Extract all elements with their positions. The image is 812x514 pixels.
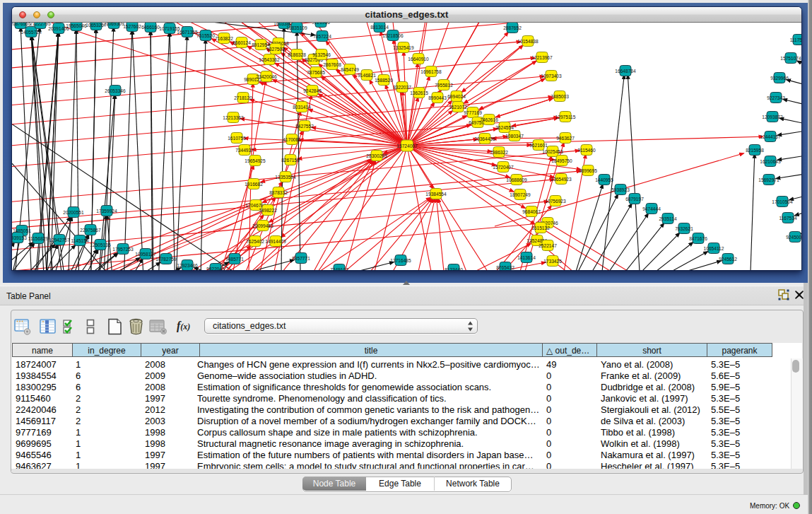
- svg-text:9777169: 9777169: [464, 110, 482, 115]
- svg-text:20364436: 20364436: [474, 136, 495, 141]
- svg-text:1733426: 1733426: [543, 259, 562, 264]
- svg-text:1527602: 1527602: [123, 24, 141, 29]
- svg-text:9327503: 9327503: [266, 47, 285, 52]
- svg-text:6994024: 6994024: [447, 94, 466, 99]
- svg-text:26053346: 26053346: [105, 88, 126, 93]
- svg-text:8454749: 8454749: [341, 67, 359, 72]
- svg-text:4170081: 4170081: [283, 137, 301, 142]
- svg-text:18907249: 18907249: [510, 192, 531, 197]
- svg-text:16210643: 16210643: [760, 159, 781, 164]
- svg-text:20099483: 20099483: [252, 223, 273, 228]
- svg-text:9245003: 9245003: [786, 235, 801, 240]
- svg-text:8660124: 8660124: [233, 40, 251, 45]
- svg-text:17010504: 17010504: [772, 199, 793, 204]
- svg-text:7857224: 7857224: [313, 34, 331, 39]
- svg-text:21069309: 21069309: [103, 23, 124, 26]
- svg-text:8427552: 8427552: [295, 124, 314, 129]
- svg-text:9621601: 9621601: [529, 143, 548, 148]
- svg-text:7515520: 7515520: [196, 33, 215, 38]
- svg-text:2718120: 2718120: [234, 95, 252, 100]
- svg-text:1362615: 1362615: [410, 90, 428, 95]
- svg-text:8215958: 8215958: [746, 148, 764, 153]
- svg-text:5938923: 5938923: [611, 187, 630, 192]
- svg-text:8267150: 8267150: [281, 158, 300, 163]
- svg-text:7485003: 7485003: [551, 94, 569, 99]
- svg-text:2522147: 2522147: [539, 243, 557, 248]
- svg-text:14914479: 14914479: [265, 239, 286, 244]
- svg-text:16961758: 16961758: [420, 69, 442, 74]
- svg-text:9822045: 9822045: [206, 267, 225, 271]
- svg-text:8878332: 8878332: [269, 190, 288, 195]
- svg-text:16648784: 16648784: [615, 69, 636, 74]
- svg-text:9899695: 9899695: [579, 168, 597, 173]
- svg-text:28300293: 28300293: [366, 153, 387, 158]
- svg-text:9474444: 9474444: [642, 206, 661, 211]
- svg-text:9146821: 9146821: [358, 73, 376, 78]
- svg-text:17957253: 17957253: [112, 247, 134, 252]
- svg-text:8322037: 8322037: [393, 85, 411, 90]
- svg-text:12975115: 12975115: [555, 115, 576, 119]
- svg-text:12213967: 12213967: [531, 55, 553, 60]
- svg-text:15720407: 15720407: [493, 165, 514, 170]
- svg-text:9485771: 9485771: [225, 257, 244, 262]
- svg-text:19218506: 19218506: [382, 33, 404, 38]
- svg-text:1615132: 1615132: [531, 226, 550, 230]
- svg-text:1621072: 1621072: [449, 105, 467, 110]
- svg-text:9245612: 9245612: [719, 257, 737, 262]
- svg-text:9242845: 9242845: [303, 88, 322, 93]
- svg-text:9115460: 9115460: [577, 148, 596, 153]
- svg-text:3498222: 3498222: [259, 208, 277, 213]
- svg-text:15751074: 15751074: [780, 56, 801, 61]
- svg-text:10688609: 10688609: [506, 177, 527, 182]
- svg-text:10782759: 10782759: [155, 257, 177, 262]
- svg-text:16671355: 16671355: [177, 30, 198, 35]
- svg-text:16640910: 16640910: [408, 57, 429, 62]
- svg-text:9121966: 9121966: [312, 23, 330, 25]
- svg-text:1440955: 1440955: [595, 177, 613, 182]
- svg-text:7875685: 7875685: [307, 70, 325, 75]
- svg-text:7625402: 7625402: [246, 239, 264, 244]
- svg-text:12093872: 12093872: [762, 115, 783, 119]
- svg-text:13325419: 13325419: [393, 45, 414, 50]
- svg-text:1413614: 1413614: [517, 255, 536, 260]
- svg-text:1117534: 1117534: [790, 37, 801, 42]
- svg-text:13353594: 13353594: [275, 175, 296, 180]
- svg-text:19565046: 19565046: [66, 23, 87, 28]
- svg-text:7344937: 7344937: [235, 148, 254, 153]
- svg-text:13654923: 13654923: [551, 177, 572, 182]
- svg-text:12505135: 12505135: [90, 243, 111, 247]
- svg-text:10973403: 10973403: [541, 74, 562, 78]
- svg-text:19384554: 19384554: [425, 192, 447, 197]
- svg-text:1610755: 1610755: [228, 136, 246, 141]
- svg-text:9684067: 9684067: [522, 209, 541, 214]
- svg-text:6466160: 6466160: [141, 25, 160, 30]
- svg-text:9463627: 9463627: [556, 136, 575, 141]
- svg-text:2867608: 2867608: [323, 62, 341, 67]
- svg-text:12942757: 12942757: [49, 238, 70, 243]
- svg-text:8123440: 8123440: [445, 267, 463, 271]
- svg-text:19654925: 19654925: [245, 158, 266, 163]
- svg-text:9227343: 9227343: [767, 95, 785, 100]
- svg-text:2887652: 2887652: [503, 25, 522, 30]
- svg-text:20876555: 20876555: [12, 23, 31, 26]
- svg-text:7955812: 7955812: [435, 83, 453, 88]
- svg-text:17359924: 17359924: [96, 209, 117, 214]
- svg-text:1080347: 1080347: [505, 134, 524, 139]
- svg-text:15692971: 15692971: [758, 177, 779, 182]
- svg-text:9132546: 9132546: [312, 52, 331, 57]
- svg-text:8471676: 8471676: [689, 236, 707, 241]
- svg-text:1939153: 1939153: [12, 235, 27, 240]
- svg-text:8031414: 8031414: [293, 105, 311, 110]
- svg-text:22975867: 22975867: [80, 228, 101, 233]
- svg-text:8186328: 8186328: [288, 52, 306, 57]
- svg-text:10543362: 10543362: [259, 57, 280, 62]
- svg-text:7163822: 7163822: [215, 36, 233, 41]
- svg-text:7986322: 7986322: [490, 150, 508, 155]
- svg-text:7249102: 7249102: [330, 267, 348, 271]
- svg-text:11156829: 11156829: [28, 236, 49, 241]
- svg-text:10654112: 10654112: [704, 246, 724, 251]
- svg-text:8813014: 8813014: [370, 25, 389, 30]
- svg-text:7632621: 7632621: [675, 226, 693, 231]
- svg-text:10025453: 10025453: [542, 149, 563, 154]
- svg-text:12444157: 12444157: [760, 134, 781, 139]
